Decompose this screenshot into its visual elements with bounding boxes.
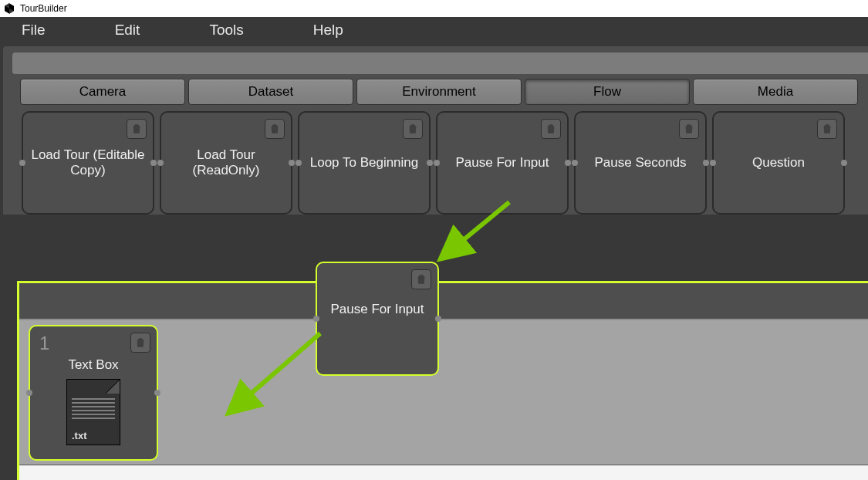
connection-port[interactable] [296, 160, 302, 166]
menu-help[interactable]: Help [313, 22, 343, 39]
menu-file[interactable]: File [22, 22, 46, 39]
canvas-header-bar [19, 283, 868, 320]
palette-node-pause-for-input[interactable]: Pause For Input [436, 111, 569, 215]
trash-icon[interactable] [817, 119, 837, 139]
tab-camera[interactable]: Camera [20, 79, 185, 105]
unity-icon [3, 2, 15, 15]
connection-port[interactable] [313, 316, 319, 322]
titlebar: TourBuilder [0, 0, 868, 17]
menu-edit[interactable]: Edit [115, 22, 140, 39]
palette-node-load-tour-editable[interactable]: Load Tour (Editable Copy) [22, 111, 154, 215]
connection-port[interactable] [565, 160, 571, 166]
node-label: Loop To Beginning [310, 155, 419, 171]
canvas-node-pause-for-input[interactable]: Pause For Input [316, 262, 439, 376]
timeline-canvas[interactable]: Pause For Input 1 Text Box .txt [17, 281, 868, 480]
node-label: Load Tour (Editable Copy) [29, 147, 147, 178]
connection-port[interactable] [289, 160, 295, 166]
tab-media[interactable]: Media [693, 79, 858, 105]
connection-port[interactable] [841, 160, 847, 166]
tab-dataset[interactable]: Dataset [188, 79, 353, 105]
connection-port[interactable] [26, 390, 32, 396]
editor-window: File Edit Tools Help Camera Dataset Envi… [0, 17, 868, 480]
connection-port[interactable] [435, 316, 441, 322]
palette-node-load-tour-readonly[interactable]: Load Tour (ReadOnly) [160, 111, 292, 215]
node-label: Text Box [68, 357, 118, 373]
trash-icon[interactable] [130, 333, 150, 353]
category-tabs: Camera Dataset Environment Flow Media [12, 79, 868, 105]
node-label: Pause For Input [456, 155, 549, 171]
slot-number: 1 [39, 333, 49, 354]
trash-icon[interactable] [541, 119, 561, 139]
window-title: TourBuilder [20, 3, 67, 14]
trash-icon[interactable] [265, 119, 285, 139]
trash-icon[interactable] [127, 119, 147, 139]
node-label: Pause Seconds [594, 155, 686, 171]
tab-environment[interactable]: Environment [356, 79, 522, 105]
palette-node-pause-seconds[interactable]: Pause Seconds [574, 111, 707, 215]
trash-icon[interactable] [411, 269, 431, 289]
connection-port[interactable] [572, 160, 578, 166]
connection-port[interactable] [150, 160, 157, 166]
connection-port[interactable] [157, 160, 164, 166]
txt-file-icon: .txt [66, 379, 120, 445]
connection-port[interactable] [19, 160, 25, 166]
connection-port[interactable] [703, 160, 709, 166]
connection-port[interactable] [427, 160, 433, 166]
connection-port[interactable] [710, 160, 716, 166]
tab-flow[interactable]: Flow [525, 79, 690, 105]
palette-panel: Camera Dataset Environment Flow Media Lo… [3, 46, 868, 215]
connection-port[interactable] [154, 390, 160, 396]
file-ext: .txt [72, 430, 87, 441]
trash-icon[interactable] [403, 119, 423, 139]
menubar: File Edit Tools Help [0, 17, 868, 43]
palette-node-question[interactable]: Question [712, 111, 845, 215]
palette-node-row: Load Tour (Editable Copy) Load Tour (Rea… [12, 105, 868, 215]
node-label: Pause For Input [331, 302, 424, 317]
connection-port[interactable] [434, 160, 440, 166]
node-label: Question [752, 155, 805, 171]
trash-icon[interactable] [679, 119, 699, 139]
canvas-node-text-box[interactable]: 1 Text Box .txt [29, 325, 158, 461]
horizontal-scrollbar[interactable] [19, 465, 868, 480]
palette-node-loop-to-beginning[interactable]: Loop To Beginning [298, 111, 431, 215]
menu-tools[interactable]: Tools [209, 22, 243, 39]
node-label: Load Tour (ReadOnly) [167, 147, 285, 178]
